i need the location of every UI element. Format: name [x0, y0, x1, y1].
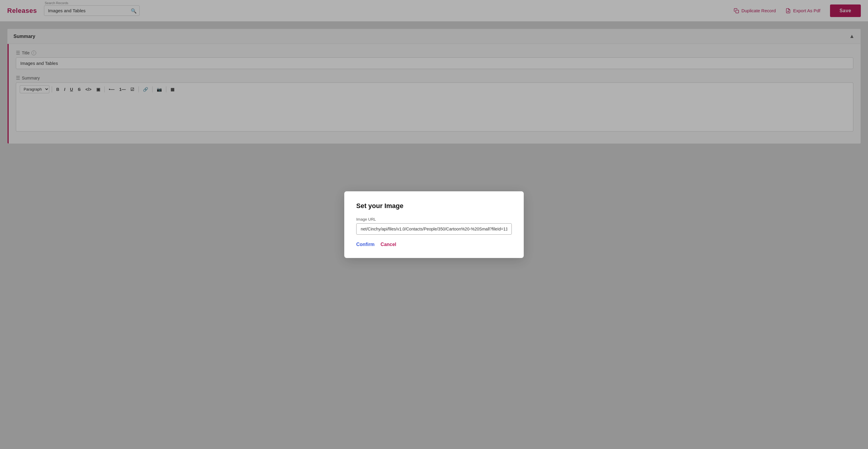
modal-actions: Confirm Cancel: [356, 242, 512, 247]
modal-overlay: Set your Image Image URL Confirm Cancel: [0, 0, 868, 449]
set-image-modal: Set your Image Image URL Confirm Cancel: [344, 191, 524, 258]
modal-title: Set your Image: [356, 202, 512, 210]
image-url-input[interactable]: [356, 223, 512, 235]
image-url-label: Image URL: [356, 217, 512, 222]
modal-field-group: Image URL: [356, 217, 512, 242]
confirm-button[interactable]: Confirm: [356, 242, 374, 247]
cancel-button[interactable]: Cancel: [380, 242, 396, 247]
